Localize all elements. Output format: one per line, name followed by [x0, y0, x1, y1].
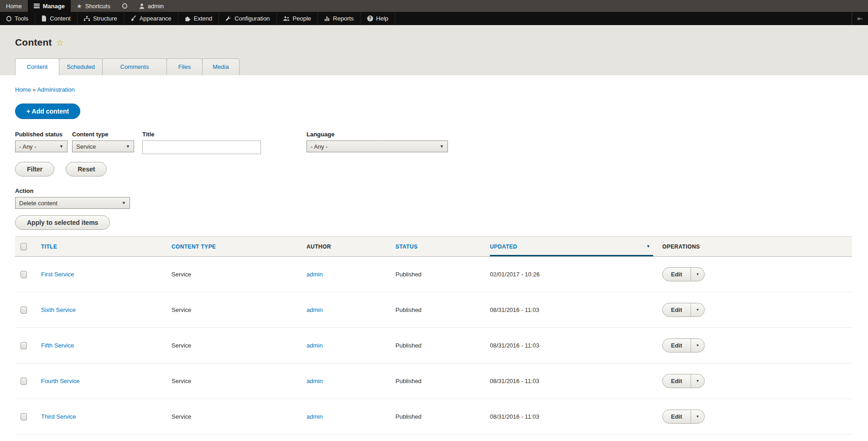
toolbar-manage-tab[interactable]: Manage	[28, 0, 71, 12]
bar-chart-icon	[324, 16, 330, 21]
title-filter-input[interactable]	[142, 140, 261, 154]
node-title-link[interactable]: First Service	[41, 271, 74, 278]
edit-button[interactable]: Edit	[663, 410, 691, 423]
toolbar-drupal-button[interactable]	[116, 0, 133, 12]
edit-dropdown-toggle[interactable]: ▼	[691, 410, 705, 423]
toolbar-collapse-button[interactable]: ⇤	[852, 12, 868, 25]
toolbar-home-tab[interactable]: Home	[0, 0, 28, 12]
node-updated: 08/31/2016 - 11:03	[484, 292, 657, 328]
edit-dropdown-toggle[interactable]: ▼	[691, 268, 705, 281]
language-select[interactable]: - Any - ▼	[307, 140, 448, 152]
toolbar-shortcuts-tab[interactable]: ★ Shortcuts	[71, 0, 116, 12]
edit-button[interactable]: Edit	[663, 303, 691, 316]
toolbar-manage-label: Manage	[43, 3, 65, 10]
tab-comments[interactable]: Comments	[102, 58, 167, 75]
operations-column-header: OPERATIONS	[657, 237, 852, 257]
node-title-link[interactable]: Sixth Service	[41, 306, 76, 313]
edit-split-button: Edit ▼	[662, 374, 705, 388]
edit-dropdown-toggle[interactable]: ▼	[691, 374, 705, 388]
node-status: Published	[390, 292, 484, 328]
menu-item-structure[interactable]: Structure	[78, 12, 124, 25]
action-label: Action	[15, 187, 852, 194]
menu-item-tools[interactable]: Tools	[0, 12, 35, 25]
published-status-label: Published status	[15, 131, 68, 138]
tab-scheduled[interactable]: Scheduled	[59, 58, 103, 75]
sort-by-updated-link[interactable]: UPDATED	[490, 244, 517, 250]
menu-item-label: Structure	[93, 15, 117, 22]
file-icon	[42, 16, 47, 21]
node-status: Published	[390, 257, 484, 292]
table-header-row: TITLE CONTENT TYPE AUTHOR STATUS UPDATED…	[15, 237, 852, 257]
chevron-down-icon: ▼	[122, 201, 126, 205]
toolbar-home-label: Home	[6, 3, 22, 10]
sort-by-status-link[interactable]: STATUS	[395, 244, 418, 250]
sort-desc-icon[interactable]: ▼	[646, 244, 650, 249]
chevron-down-icon: ▼	[59, 144, 63, 149]
node-content-type: Service	[166, 399, 301, 435]
page-title: Content	[15, 37, 52, 48]
content-type-value: Service	[76, 143, 96, 150]
sort-by-content-type-link[interactable]: CONTENT TYPE	[172, 244, 216, 250]
tab-files[interactable]: Files	[166, 58, 203, 75]
menu-item-extend[interactable]: Extend	[178, 12, 219, 25]
action-value: Delete content	[19, 200, 57, 207]
breadcrumb-home-link[interactable]: Home	[15, 86, 31, 93]
node-author-link[interactable]: admin	[307, 271, 322, 278]
row-checkbox[interactable]	[21, 342, 27, 349]
published-status-select[interactable]: - Any - ▼	[15, 140, 68, 152]
node-author-link[interactable]: admin	[307, 342, 322, 349]
row-checkbox[interactable]	[21, 378, 27, 385]
add-content-button[interactable]: + Add content	[15, 104, 80, 119]
menu-item-appearance[interactable]: Appearance	[124, 12, 178, 25]
node-title-link[interactable]: Fifth Service	[41, 342, 74, 349]
main-content: Home » Administration + Add content Publ…	[0, 75, 868, 441]
action-select[interactable]: Delete content ▼	[15, 197, 130, 209]
title-filter-label: Title	[142, 131, 261, 138]
toolbar-user-tab[interactable]: admin	[133, 0, 170, 12]
tab-media[interactable]: Media	[202, 58, 239, 75]
row-checkbox[interactable]	[21, 306, 27, 314]
edit-button[interactable]: Edit	[663, 339, 691, 352]
node-status: Published	[390, 328, 484, 363]
breadcrumb-separator: »	[32, 86, 36, 93]
menu-item-configuration[interactable]: Configuration	[219, 12, 276, 25]
tab-content[interactable]: Content	[15, 58, 59, 75]
filter-bar: Published status - Any - ▼ Content type …	[15, 131, 852, 154]
language-label: Language	[307, 131, 448, 138]
node-title-link[interactable]: Fourth Service	[41, 378, 80, 384]
edit-split-button: Edit ▼	[662, 303, 705, 317]
menu-item-content[interactable]: Content	[35, 12, 78, 25]
drupal-drop-icon	[122, 3, 127, 9]
user-icon	[139, 3, 145, 9]
table-row: First Service Service admin Published 02…	[15, 257, 852, 292]
breadcrumb-administration-link[interactable]: Administration	[37, 86, 74, 93]
edit-button[interactable]: Edit	[663, 374, 691, 388]
sitemap-icon	[84, 16, 90, 21]
menu-item-people[interactable]: People	[277, 12, 318, 25]
node-title-link[interactable]: Third Service	[41, 413, 76, 420]
select-all-checkbox[interactable]	[21, 243, 27, 250]
node-author-link[interactable]: admin	[307, 378, 322, 384]
menu-item-label: People	[293, 15, 311, 22]
row-checkbox[interactable]	[21, 413, 27, 420]
edit-dropdown-toggle[interactable]: ▼	[691, 303, 705, 316]
question-icon: ?	[367, 16, 373, 21]
sort-by-title-link[interactable]: TITLE	[41, 244, 57, 250]
apply-to-selected-button-top[interactable]: Apply to selected items	[15, 215, 110, 230]
edit-button[interactable]: Edit	[663, 268, 691, 281]
table-row: Third Service Service admin Published 08…	[15, 399, 852, 435]
node-author-link[interactable]: admin	[307, 306, 322, 313]
menu-item-reports[interactable]: Reports	[318, 12, 361, 25]
reset-button[interactable]: Reset	[66, 162, 107, 176]
node-status: Published	[390, 435, 484, 441]
content-type-select[interactable]: Service ▼	[72, 140, 134, 152]
menu-item-label: Tools	[15, 15, 28, 22]
menu-item-label: Extend	[194, 15, 212, 22]
menu-item-help[interactable]: ? Help	[361, 12, 395, 25]
filter-button[interactable]: Filter	[15, 162, 54, 176]
node-author-link[interactable]: admin	[307, 413, 322, 420]
edit-dropdown-toggle[interactable]: ▼	[691, 339, 705, 352]
row-checkbox[interactable]	[21, 271, 27, 278]
wrench-icon	[225, 16, 231, 21]
favorite-star-icon[interactable]: ☆	[56, 37, 64, 48]
